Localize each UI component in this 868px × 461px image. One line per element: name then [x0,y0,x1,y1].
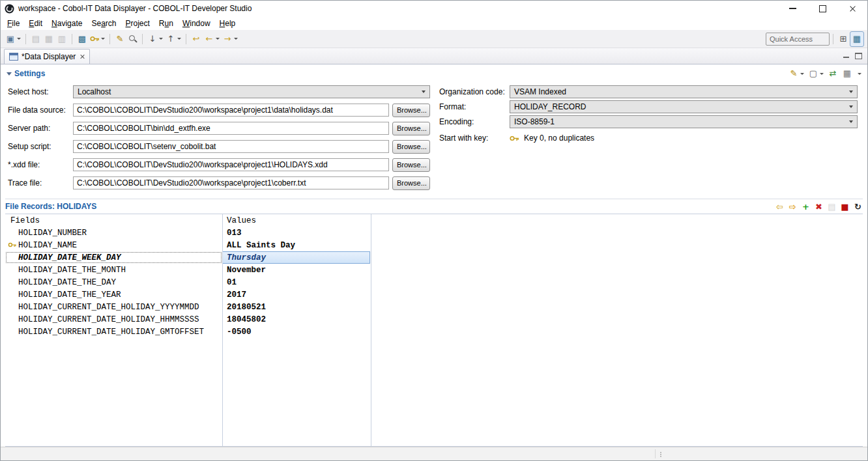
import-export-icon: ⇄ [828,68,838,79]
save-button[interactable]: ▤ [29,32,42,46]
table-row[interactable]: HOLIDAY_CURRENT_DATE_HOLIDAY_YYYYMMDD 20… [5,301,863,313]
previous-record-icon[interactable]: ⇦ [775,202,785,212]
new-wizard-button[interactable]: ▣ [4,32,22,46]
table-row[interactable]: HOLIDAY_NUMBER 013 [5,227,863,239]
organization-code-combo[interactable]: VSAM Indexed [510,85,858,98]
table-row-selected[interactable]: HOLIDAY_DATE_WEEK_DAY Thursday [5,251,863,264]
field-name: HOLIDAY_DATE_WEEK_DAY [5,251,222,264]
chevron-down-icon [17,38,21,40]
run-script-button[interactable]: ✎ [787,66,805,81]
menu-edit[interactable]: Edit [24,18,47,29]
data-displayer-button[interactable]: ▩ [76,32,89,46]
last-edit-location-icon: ↩ [191,34,201,44]
table-row[interactable]: HOLIDAY_CURRENT_DATE_HOLIDAY_GMTOFFSET -… [5,326,863,338]
menu-project[interactable]: Project [121,18,154,29]
field-value[interactable]: 013 [222,227,370,239]
field-value-selected[interactable]: Thursday [222,251,370,264]
trace-file-input[interactable] [73,176,389,189]
field-value[interactable]: 20180521 [222,301,370,313]
minimize-view-icon[interactable] [843,57,849,58]
file-data-source-browse-button[interactable]: Browse... [392,104,430,117]
open-element-button[interactable]: ✎ [113,32,126,46]
tab-close-icon[interactable] [80,54,85,59]
table-row[interactable]: HOLIDAY_DATE_THE_MONTH November [5,264,863,276]
next-annotation-button[interactable]: ↓ [146,32,164,46]
menu-help[interactable]: Help [215,18,240,29]
format-value: HOLIDAY_RECORD [514,102,586,111]
xdd-file-input[interactable] [73,158,389,171]
new-wizard-icon: ▣ [5,34,16,44]
menu-navigate[interactable]: Navigate [47,18,87,29]
field-value[interactable]: 01 [222,276,370,288]
delete-record-icon[interactable]: ✖ [814,202,824,212]
select-host-combo[interactable]: Localhost [73,85,430,98]
quick-access-input[interactable]: Quick Access [766,33,830,46]
view-menu-button[interactable] [855,66,863,81]
server-path-browse-button[interactable]: Browse... [392,122,430,135]
window-title: workspace - Cobol-IT Data Displayer - CO… [18,4,252,13]
menu-file[interactable]: File [3,18,24,29]
data-perspective-button[interactable]: ▦ [850,31,864,47]
import-export-button[interactable]: ⇄ [826,66,839,81]
chevron-down-icon [820,73,824,75]
grid-view-button[interactable]: ▦ [841,66,854,81]
close-window-button[interactable] [837,1,867,16]
status-bar-grip[interactable] [660,452,661,453]
tab-data-displayer[interactable]: *Data Displayer [4,49,90,64]
last-edit-location-button[interactable]: ↩ [190,32,203,46]
save-all-button[interactable]: ▦ [42,32,55,46]
back-button[interactable]: ← [203,32,221,46]
print-button[interactable]: ▥ [55,32,68,46]
select-host-value: Localhost [78,87,111,96]
minimize-icon [789,8,796,9]
table-row[interactable]: HOLIDAY_NAME ALL Saints Day [5,239,863,251]
chevron-down-icon [101,38,105,40]
key-icon [510,135,519,141]
field-name-text: HOLIDAY_NAME [18,241,77,250]
forward-button[interactable]: → [221,32,239,46]
toolbar-separator [109,34,110,44]
chevron-down-icon [849,105,853,108]
field-value[interactable]: 18045802 [222,313,370,326]
menu-search[interactable]: Search [87,18,121,29]
field-value[interactable]: -0500 [222,326,370,338]
table-row[interactable]: HOLIDAY_DATE_THE_YEAR 2017 [5,288,863,301]
format-combo[interactable]: HOLIDAY_RECORD [510,100,858,113]
open-perspective-icon: ⊞ [838,34,848,44]
setup-script-browse-button[interactable]: Browse... [392,140,430,154]
minimize-window-button[interactable] [777,1,807,16]
maximize-view-icon[interactable] [855,53,862,59]
key-settings-button[interactable] [89,32,106,46]
previous-annotation-button[interactable]: ↑ [164,32,182,46]
field-name: HOLIDAY_NUMBER [5,227,222,239]
data-displayer-editor: Settings ✎ ▢ ⇄ ▦ Select host: [1,64,867,447]
server-path-input[interactable] [73,122,389,135]
menu-window[interactable]: Window [178,18,215,29]
search-button[interactable] [126,32,139,46]
xdd-file-browse-button[interactable]: Browse... [392,158,430,172]
field-value[interactable]: 2017 [222,288,370,301]
add-record-icon[interactable]: + [801,202,811,212]
refresh-icon[interactable]: ↻ [853,202,863,212]
stop-icon[interactable]: ■ [840,202,850,212]
open-perspective-button[interactable]: ⊞ [837,32,850,46]
setup-script-input[interactable] [73,140,389,153]
trace-file-browse-button[interactable]: Browse... [392,176,430,190]
save-record-icon[interactable]: ▤ [827,202,837,212]
encoding-combo[interactable]: ISO-8859-1 [510,115,858,128]
organization-code-value: VSAM Indexed [514,87,566,96]
new-view-button[interactable]: ▢ [807,66,825,81]
menu-run[interactable]: Run [154,18,178,29]
settings-toolbar: ✎ ▢ ⇄ ▦ [787,66,863,81]
search-icon [128,34,137,44]
collapse-section-icon[interactable] [7,72,12,76]
next-record-icon[interactable]: ⇨ [788,202,798,212]
table-row[interactable]: HOLIDAY_DATE_THE_DAY 01 [5,276,863,288]
file-data-source-input[interactable] [73,104,389,117]
start-with-key-value: Key 0, no duplicates [524,133,594,143]
table-row[interactable]: HOLIDAY_CURRENT_DATE_HOLIDAY_HHMMSSSS 18… [5,313,863,326]
field-value[interactable]: ALL Saints Day [222,239,370,251]
settings-section-title: Settings [14,69,45,78]
field-value[interactable]: November [222,264,370,276]
maximize-window-button[interactable] [807,1,837,16]
